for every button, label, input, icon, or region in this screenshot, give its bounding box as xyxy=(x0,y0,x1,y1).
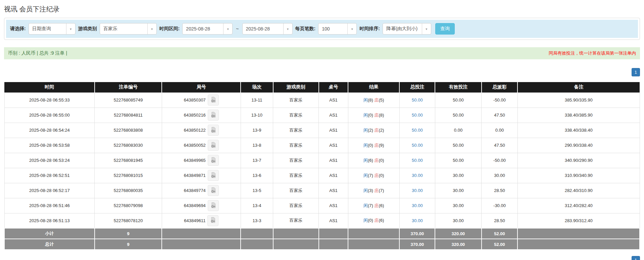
result-banker-count: (5) xyxy=(379,97,384,103)
cell-remark: 282.40/310.90 xyxy=(517,183,640,198)
result-banker-count: (6) xyxy=(379,218,384,223)
result-player-count: (0) xyxy=(368,218,373,223)
total-bet-link[interactable]: 30.00 xyxy=(412,218,423,223)
column-header-7: 总投注 xyxy=(399,82,435,92)
result-player-label: 闲 xyxy=(363,218,368,223)
cell-valid-bet: 50.00 xyxy=(435,138,481,153)
chevron-down-icon: ▾ xyxy=(66,23,75,34)
cell-table-no: AS1 xyxy=(319,213,348,228)
query-type-value: 日期查询 xyxy=(29,26,54,32)
result-banker-count: (8) xyxy=(379,113,384,118)
video-replay-button[interactable] xyxy=(208,110,219,121)
date-to-select[interactable]: 2025-08-28 ▾ xyxy=(242,23,293,35)
subtotal-row-result xyxy=(348,228,399,239)
cell-valid-bet: 50.00 xyxy=(435,108,481,123)
cell-valid-bet: 30.00 xyxy=(435,168,481,183)
cell-total-bet: 50.00 xyxy=(399,153,435,168)
page-button-1[interactable]: 1 xyxy=(632,256,640,260)
pagination-top: 1 xyxy=(4,68,640,76)
page-size-value: 100 xyxy=(318,26,333,31)
total-row-count: 9 xyxy=(95,239,162,250)
chevron-down-icon: ▾ xyxy=(347,23,356,34)
result-banker-label: 庄 xyxy=(375,97,379,103)
column-header-1: 注单编号 xyxy=(95,82,162,92)
total-bet-link[interactable]: 50.00 xyxy=(412,143,423,148)
round-id-value: 643849694 xyxy=(184,203,206,208)
cell-table-no: AS1 xyxy=(319,138,348,153)
cell-game-category: 百家乐 xyxy=(273,92,319,108)
search-button[interactable]: 查询 xyxy=(435,23,455,35)
table-row: 2025-08-28 06:54:24522768083808643850122… xyxy=(4,123,640,138)
result-banker-label: 庄 xyxy=(375,128,379,133)
video-replay-button[interactable] xyxy=(207,215,218,226)
result-player-label: 闲 xyxy=(363,128,368,133)
column-header-2: 局号 xyxy=(162,82,241,92)
cell-valid-bet: 50.00 xyxy=(435,153,481,168)
video-replay-button[interactable] xyxy=(208,200,219,211)
table-row: 2025-08-28 06:53:58522768083030643850052… xyxy=(4,138,640,153)
cell-session: 13-11 xyxy=(241,92,273,108)
round-id-group: 643850122 xyxy=(184,125,219,136)
result-player-count: (0) xyxy=(368,143,373,148)
table-row: 2025-08-28 06:51:46522768079098643849694… xyxy=(4,198,640,213)
video-replay-button[interactable] xyxy=(208,170,219,181)
time-sort-label: 时间排序: xyxy=(359,26,380,32)
cell-valid-bet: 30.00 xyxy=(435,213,481,228)
summary-currency-count: 币别 : 人民币 | 总共 :9 注单 | xyxy=(8,50,67,56)
page-size-label: 每页笔数: xyxy=(295,26,316,32)
video-replay-button[interactable] xyxy=(208,94,219,106)
result-banker-count: (6) xyxy=(379,203,384,208)
column-header-8: 有效投注 xyxy=(435,82,481,92)
result-player-count: (0) xyxy=(368,113,373,118)
table-row: 2025-08-28 06:51:13522768078120643849611… xyxy=(4,213,640,228)
date-range-label: 时间区间: xyxy=(159,26,180,32)
result-player-label: 闲 xyxy=(363,143,368,148)
query-type-select[interactable]: 日期查询 ▾ xyxy=(29,23,76,35)
cell-valid-bet: 0.00 xyxy=(435,123,481,138)
total-bet-link[interactable]: 50.00 xyxy=(412,158,423,163)
video-replay-button[interactable] xyxy=(208,155,219,166)
result-banker-label: 庄 xyxy=(375,173,379,178)
total-bet-link[interactable]: 30.00 xyxy=(412,173,423,178)
date-from-select[interactable]: 2025-08-28 ▾ xyxy=(182,23,233,35)
cell-round-id: 643849774 xyxy=(162,183,241,198)
chevron-down-icon: ▾ xyxy=(422,23,431,34)
cell-remark: 290.90/338.40 xyxy=(517,138,640,153)
total-bet-link[interactable]: 30.00 xyxy=(412,188,423,193)
subtotal-row-remark xyxy=(517,228,640,239)
video-replay-button[interactable] xyxy=(208,125,219,136)
cell-total-bet: 50.00 xyxy=(399,92,435,108)
cell-result: 闲(2) 庄(2) xyxy=(348,123,399,138)
subtotal-row: 小计9370.00320.0052.00 xyxy=(4,228,640,239)
result-player-count: (2) xyxy=(368,128,373,133)
game-category-label: 游戏类别 xyxy=(78,26,97,32)
table-row: 2025-08-28 06:55:00522768084811643850216… xyxy=(4,108,640,123)
page-button-1[interactable]: 1 xyxy=(632,68,640,76)
time-sort-select[interactable]: 降幂(由大到小) ▾ xyxy=(383,23,431,35)
video-icon xyxy=(210,96,216,104)
video-replay-button[interactable] xyxy=(208,140,219,151)
round-id-value: 643849965 xyxy=(184,158,206,163)
cell-game-category: 百家乐 xyxy=(273,213,319,228)
table-header: 时间注单编号局号场次游戏类别桌号结果总投注有效投注总派彩备注 xyxy=(4,82,640,92)
cell-remark: 312.40/282.40 xyxy=(517,198,640,213)
table-row: 2025-08-28 06:52:51522768081015643849871… xyxy=(4,168,640,183)
column-header-9: 总派彩 xyxy=(482,82,518,92)
cell-table-no: AS1 xyxy=(319,92,348,108)
total-bet-link[interactable]: 50.00 xyxy=(412,113,423,118)
game-category-select[interactable]: 百家乐 ▾ xyxy=(100,23,157,35)
cell-remark: 338.40/385.90 xyxy=(517,108,640,123)
total-bet-link[interactable]: 50.00 xyxy=(412,128,423,133)
video-replay-button[interactable] xyxy=(208,185,219,196)
page-size-select[interactable]: 100 ▾ xyxy=(318,23,357,35)
round-id-group: 643849611 xyxy=(184,215,218,226)
round-id-group: 643849871 xyxy=(184,170,219,181)
total-row: 总计9370.00320.0052.00 xyxy=(4,239,640,250)
cell-valid-bet: 30.00 xyxy=(435,198,481,213)
total-bet-link[interactable]: 50.00 xyxy=(412,97,423,103)
table-row: 2025-08-28 06:53:24522768081945643849965… xyxy=(4,153,640,168)
cell-table-no: AS1 xyxy=(319,108,348,123)
total-bet-link[interactable]: 30.00 xyxy=(412,203,423,208)
cell-session: 13-6 xyxy=(241,168,273,183)
cell-time: 2025-08-28 06:55:33 xyxy=(4,92,95,108)
